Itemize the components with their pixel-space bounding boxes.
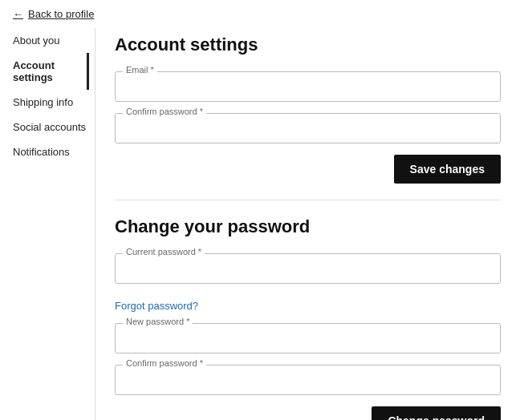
- new-password-field-group: New password *: [115, 323, 501, 353]
- new-password-input[interactable]: [115, 323, 501, 353]
- email-input[interactable]: [115, 71, 501, 102]
- current-password-label: Current password *: [123, 247, 205, 256]
- confirm-password-label: Confirm password *: [123, 107, 206, 116]
- back-link-label: Back to profile: [28, 8, 94, 20]
- current-password-input[interactable]: [115, 253, 501, 284]
- confirm-password-field-group: Confirm password *: [115, 113, 501, 143]
- sidebar-item-notifications[interactable]: Notifications: [13, 139, 88, 164]
- sidebar: About you Account settings Shipping info…: [0, 28, 88, 420]
- main-content: Account settings Email * Confirm passwor…: [102, 28, 520, 420]
- back-arrow-icon: ←: [13, 8, 23, 20]
- sidebar-item-account-settings[interactable]: Account settings: [13, 53, 88, 90]
- back-link[interactable]: ← Back to profile: [0, 0, 520, 28]
- sidebar-item-social-accounts[interactable]: Social accounts: [13, 115, 88, 139]
- change-password-title: Change your password: [115, 216, 501, 237]
- confirm-new-password-label: Confirm password *: [123, 358, 206, 368]
- confirm-new-password-field-group: Confirm password *: [115, 365, 501, 395]
- new-password-label: New password *: [123, 317, 193, 326]
- current-password-field-group: Current password *: [115, 253, 501, 284]
- confirm-password-input[interactable]: [115, 113, 501, 143]
- account-settings-section: Account settings Email * Confirm passwor…: [115, 34, 501, 184]
- change-password-button[interactable]: Change password: [372, 406, 501, 420]
- confirm-new-password-input[interactable]: [115, 365, 501, 395]
- sidebar-divider: [95, 28, 95, 420]
- forgot-password-link[interactable]: Forgot password?: [115, 300, 198, 312]
- email-field-group: Email *: [115, 71, 501, 102]
- sidebar-item-shipping-info[interactable]: Shipping info: [13, 90, 88, 115]
- email-label: Email *: [123, 65, 157, 75]
- account-settings-title: Account settings: [115, 34, 501, 55]
- change-password-section: Change your password Current password * …: [115, 216, 501, 420]
- section-divider: [115, 200, 501, 200]
- save-changes-button[interactable]: Save changes: [394, 155, 501, 184]
- sidebar-item-about-you[interactable]: About you: [13, 28, 88, 53]
